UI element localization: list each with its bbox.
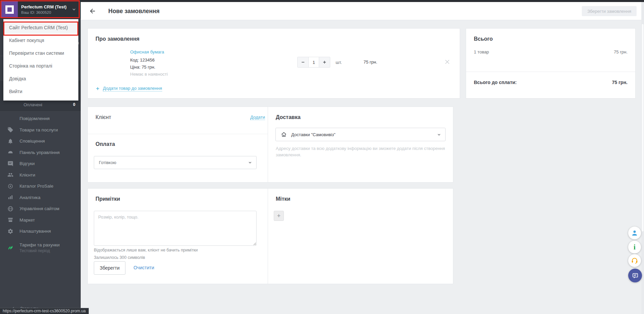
chevron-down-icon xyxy=(71,7,77,12)
account-menu-item-3[interactable]: Сторінка на порталі xyxy=(3,60,78,72)
back-arrow-icon[interactable] xyxy=(89,7,96,15)
totals-divider xyxy=(466,72,635,72)
sidebar-item-store[interactable]: Маркет xyxy=(0,214,81,226)
account-menu-item-0[interactable]: Сайт Perfectum CRM (Test) xyxy=(3,21,78,34)
sidebar-item-label: Повідомлення xyxy=(20,116,50,121)
totals-due-label: Всього до сплати: xyxy=(474,80,517,85)
house-icon xyxy=(280,131,287,138)
top-window-strip xyxy=(0,0,644,2)
sidebar-item-label: Аналітика xyxy=(20,195,40,200)
sidebar-item-label: Клієнти xyxy=(20,172,35,178)
product-name-link[interactable]: Офисная бумага xyxy=(130,49,168,54)
totals-due-row: Всього до сплати: 75 грн. xyxy=(474,80,628,85)
headset-icon xyxy=(631,257,638,264)
page-header: Нове замовлення Зберегти замовлення xyxy=(81,2,644,20)
target-icon xyxy=(7,183,13,189)
totals-card: Всього 1 товар 75 грн. Всього до сплати:… xyxy=(466,28,636,99)
account-menu-item-5[interactable]: Вийти xyxy=(3,85,78,98)
tariff-icon xyxy=(7,245,13,251)
account-menu-item-1[interactable]: Кабінет покупця xyxy=(3,34,78,47)
totals-items-label: 1 товар xyxy=(474,49,489,54)
scrollbar-thumb[interactable] xyxy=(641,24,644,232)
page-title: Нове замовлення xyxy=(108,8,160,15)
bell-icon xyxy=(7,138,13,144)
product-availability: Немає в наявності xyxy=(130,71,168,78)
sidebar-item-people[interactable]: Клієнти xyxy=(0,169,81,181)
add-label-button[interactable]: + xyxy=(274,211,284,221)
notes-visibility-hint: Відображається лише вам, клієнт не бачит… xyxy=(94,248,198,252)
app-logo xyxy=(1,1,18,18)
status-bar-url: https://perfectum-crm-test-cs3600520.pro… xyxy=(0,308,89,314)
sidebar-item-globe[interactable]: Управління сайтом xyxy=(0,203,81,214)
delivery-selected-value: Доставки "Самовивіз" xyxy=(291,132,335,137)
save-order-button[interactable]: Зберегти замовлення xyxy=(582,6,637,16)
notes-textarea[interactable] xyxy=(94,211,257,246)
client-header: Клієнт Додати xyxy=(96,114,265,120)
notes-title: Примітки xyxy=(96,196,120,202)
add-product-label: Додати товар до замовлення xyxy=(103,86,162,91)
sidebar-item-chart[interactable]: Аналітика xyxy=(0,192,81,203)
account-id: Ваш ID: 3600520 xyxy=(21,10,67,14)
qty-decrease-button[interactable] xyxy=(298,57,308,67)
labels-card: Мітки + xyxy=(268,188,453,284)
payment-title: Оплата xyxy=(96,141,115,147)
manager-fab-button[interactable] xyxy=(628,227,641,239)
chat-icon xyxy=(632,272,639,279)
plus-icon xyxy=(323,60,327,64)
chart-icon xyxy=(7,194,13,200)
sidebar-item-paid-orders[interactable]: Оплачені 0 xyxy=(0,100,81,110)
sidebar-item-tag[interactable]: Товари та послуги xyxy=(0,124,81,136)
notes-save-button[interactable]: Зберегти xyxy=(94,261,125,275)
chevron-down-icon xyxy=(437,132,442,137)
product-info: Офисная бумага Код: 123456 Ціна: 75 грн.… xyxy=(130,49,168,78)
info-fab-button[interactable]: i xyxy=(628,241,641,253)
payment-selected-value: Готівкою xyxy=(99,160,116,165)
account-menu-item-4[interactable]: Довідка xyxy=(3,72,78,85)
sidebar-item-label: Налаштування xyxy=(20,229,51,234)
chat-fab-button[interactable] xyxy=(628,269,642,282)
blank-icon xyxy=(7,116,13,122)
sidebar-item-target[interactable]: Каталог ProSale xyxy=(0,181,81,192)
sidebar-item-gauge[interactable]: Панель управління xyxy=(0,147,81,158)
sidebar-item-gear[interactable]: Налаштування xyxy=(0,226,81,237)
add-product-link[interactable]: Додати товар до замовлення xyxy=(96,86,162,91)
totals-items-row: 1 товар 75 грн. xyxy=(474,49,628,54)
client-card: Клієнт Додати Оплата Готівкою xyxy=(87,107,273,183)
sidebar-item-bell[interactable]: Сповіщення xyxy=(0,135,81,147)
labels-title: Мітки xyxy=(276,196,290,202)
sidebar-item-label: Маркет xyxy=(20,218,35,223)
gauge-icon xyxy=(7,149,13,155)
order-card-title: Про замовлення xyxy=(96,36,140,42)
paid-orders-count-badge: 0 xyxy=(73,102,75,107)
delivery-card: Доставка Доставки "Самовивіз" Адресу дос… xyxy=(268,107,453,183)
client-divider xyxy=(88,134,273,134)
plus-icon xyxy=(96,86,100,91)
sidebar-item-tariff[interactable]: Тарифи та рахункиТестовий період xyxy=(0,240,81,256)
delivery-method-select[interactable]: Доставки "Самовивіз" xyxy=(275,128,446,141)
account-dropdown-menu: Сайт Perfectum CRM (Test)Кабінет покупця… xyxy=(3,19,78,101)
remove-product-icon[interactable] xyxy=(444,58,451,66)
notes-chars-left: Залишилось 300 символів xyxy=(94,255,145,260)
person-icon xyxy=(631,229,638,237)
account-menu-item-2[interactable]: Перевірити стан системи xyxy=(3,47,78,60)
account-switcher[interactable]: Perfectum CRM (Test) Ваш ID: 3600520 xyxy=(0,0,81,19)
payment-method-select[interactable]: Готівкою xyxy=(94,156,257,169)
page-scrollbar xyxy=(641,2,644,314)
sidebar-item-comment[interactable]: Відгуки xyxy=(0,158,81,169)
quantity-stepper xyxy=(297,57,330,68)
notes-clear-link[interactable]: Очистити xyxy=(134,265,154,270)
sidebar-item-0[interactable]: Повідомлення xyxy=(0,113,81,124)
qty-increase-button[interactable] xyxy=(319,57,330,67)
chevron-down-icon xyxy=(248,160,253,165)
support-fab-button[interactable] xyxy=(628,254,641,267)
delivery-hint: Адресу доставки та всю додаткову інформа… xyxy=(276,145,447,158)
add-client-link[interactable]: Додати xyxy=(250,115,265,120)
sidebar-item-label: Товари та послуги xyxy=(20,127,58,132)
tag-icon xyxy=(7,127,13,133)
sidebar-item-label: Сповіщення xyxy=(20,139,45,144)
info-icon: i xyxy=(634,243,636,251)
qty-input[interactable] xyxy=(308,57,319,67)
people-icon xyxy=(7,172,13,178)
main-content: Про замовлення Офисная бумага Код: 12345… xyxy=(81,20,644,314)
sidebar-item-label: Тарифи та рахунки xyxy=(20,242,60,247)
